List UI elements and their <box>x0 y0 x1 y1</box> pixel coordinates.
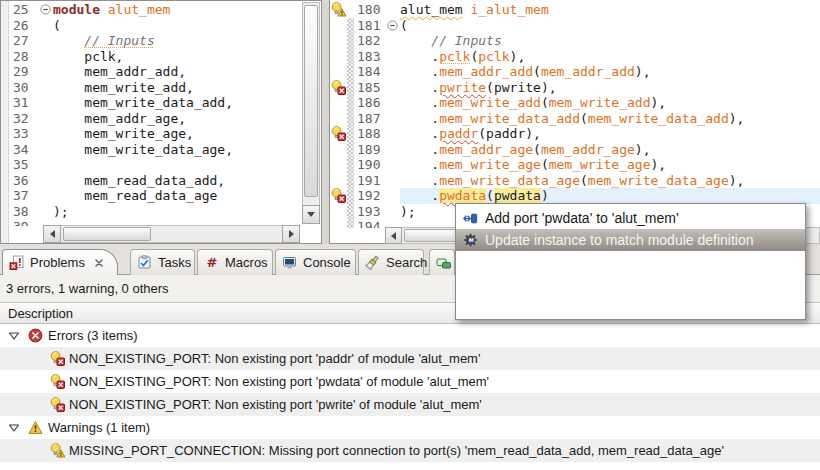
code-text[interactable]: mem_read_data_add, <box>53 173 300 189</box>
twistie-open-control[interactable] <box>8 330 20 341</box>
code-text[interactable]: .mem_addr_add(mem_addr_add), <box>400 64 820 80</box>
line-number: 185 <box>354 80 387 96</box>
horizontal-scrollbar-thumb[interactable] <box>63 227 151 241</box>
code-text[interactable]: .mem_write_age(mem_write_age), <box>400 157 820 173</box>
quickdiff-strip <box>347 142 354 158</box>
code-line: 182 // Inputs <box>330 33 820 49</box>
code-text[interactable]: mem_write_add, <box>53 80 300 96</box>
code-token: ), <box>650 95 666 110</box>
tasks-icon <box>137 255 152 270</box>
quickfix-warning-icon <box>331 2 346 17</box>
line-number: 39 <box>9 219 40 226</box>
quickfix-item[interactable]: Add port 'pwdata' to 'alut_mem' <box>456 207 805 229</box>
tab-view[interactable] <box>429 249 455 275</box>
gutter-cell <box>330 173 347 189</box>
scroll-down-button[interactable] <box>302 205 320 224</box>
code-text[interactable]: mem_write_data_age, <box>53 142 300 158</box>
problem-category-row[interactable]: Errors (3 items) <box>0 324 820 347</box>
fold-column <box>387 33 400 49</box>
code-text[interactable]: alut_mem i_alut_mem <box>400 2 820 18</box>
code-text[interactable]: mem_addr_add, <box>53 64 300 80</box>
code-token: ( <box>533 64 541 79</box>
code-line: 27 // Inputs <box>9 33 300 49</box>
code-text[interactable]: ); <box>53 204 300 220</box>
code-text[interactable]: .mem_write_add(mem_write_add), <box>400 95 820 111</box>
problem-row[interactable]: MISSING_PORT_CONNECTION: Missing port co… <box>0 439 820 462</box>
problem-row[interactable]: NON_EXISTING_PORT: Non existing port 'pa… <box>0 347 820 370</box>
code-line: 186 .mem_write_add(mem_write_add), <box>330 95 820 111</box>
code-text[interactable]: // Inputs <box>53 33 300 49</box>
line-number: 188 <box>354 126 387 142</box>
code-text[interactable]: .pwdata(pwdata) <box>400 188 820 204</box>
code-text[interactable]: // Inputs <box>400 33 820 49</box>
quickfix-item[interactable]: MUpdate instance to match module definit… <box>456 229 805 251</box>
add-port-icon <box>463 211 478 226</box>
problems-icon <box>9 255 24 270</box>
twistie-open-control[interactable] <box>8 422 20 433</box>
category-icon-wrap <box>28 420 43 435</box>
fold-collapse-icon <box>40 4 51 15</box>
tab-console[interactable]: Console <box>275 249 356 275</box>
tab-problems[interactable]: Problems <box>2 249 118 275</box>
code-token: mem_read_data_add, <box>53 173 225 188</box>
code-token: pclk, <box>53 49 123 64</box>
gutter-cell <box>330 64 347 80</box>
code-token: . <box>400 157 439 172</box>
code-text[interactable]: module alut_mem <box>53 2 300 18</box>
code-text[interactable] <box>53 157 300 173</box>
line-number: 187 <box>354 111 387 127</box>
tab-tasks[interactable]: Tasks <box>130 249 195 275</box>
scroll-left-button[interactable] <box>385 227 402 244</box>
code-token: mem_write_age <box>439 157 541 172</box>
code-text[interactable]: .pwrite(pwrite), <box>400 80 820 96</box>
quickfix-error-gutter[interactable] <box>330 188 347 204</box>
fold-column <box>387 49 400 65</box>
code-line: 31 mem_write_data_add, <box>9 95 300 111</box>
tab-close-button[interactable] <box>93 257 105 269</box>
quickfix-error-icon <box>50 374 65 389</box>
code-text[interactable]: .mem_write_data_age(mem_write_data_age), <box>400 173 820 189</box>
code-line: 188 .paddr(paddr), <box>330 126 820 142</box>
line-number: 26 <box>9 18 40 34</box>
scroll-right-button[interactable] <box>282 225 300 243</box>
tab-label: Console <box>303 255 351 270</box>
problem-row[interactable]: NON_EXISTING_PORT: Non existing port 'pw… <box>0 370 820 393</box>
code-token: ( <box>486 188 494 203</box>
fold-collapse-control[interactable] <box>387 18 400 34</box>
scroll-left-button[interactable] <box>43 225 61 243</box>
code-text[interactable]: ( <box>400 18 820 34</box>
quickfix-error-gutter[interactable] <box>330 126 347 142</box>
console-icon <box>282 255 297 270</box>
problem-row[interactable]: NON_EXISTING_PORT: Non existing port 'pw… <box>0 393 820 416</box>
twistie-open-icon <box>8 330 20 341</box>
tab-search[interactable]: Search <box>358 249 424 275</box>
code-text[interactable]: .pclk(pclk), <box>400 49 820 65</box>
code-text[interactable]: .paddr(paddr), <box>400 126 820 142</box>
code-text[interactable]: mem_read_data_age <box>53 188 300 204</box>
vertical-scrollbar-thumb[interactable] <box>304 5 318 197</box>
code-line: 30 mem_write_add, <box>9 80 300 96</box>
code-text[interactable]: mem_write_age, <box>53 126 300 142</box>
quickfix-error-gutter[interactable] <box>330 80 347 96</box>
quickfix-warning-gutter[interactable] <box>330 2 347 18</box>
quickfix-error-icon <box>331 126 346 141</box>
fold-column <box>387 80 400 96</box>
code-token: . <box>400 95 439 110</box>
search-icon <box>365 255 380 270</box>
module-definition-editor[interactable]: 25module alut_mem26(27 // Inputs28 pclk,… <box>0 0 322 244</box>
code-text[interactable]: .mem_addr_age(mem_addr_age), <box>400 142 820 158</box>
code-line: 181( <box>330 18 820 34</box>
tab-macros[interactable]: #Macros <box>197 249 273 275</box>
code-text[interactable]: pclk, <box>53 49 300 65</box>
category-label: Warnings (1 item) <box>48 420 150 435</box>
quickdiff-strip <box>347 173 354 189</box>
code-text[interactable]: ( <box>53 18 300 34</box>
close-icon <box>93 257 105 269</box>
update-instance-icon: M <box>463 233 478 248</box>
fold-collapse-control[interactable] <box>40 2 53 18</box>
gutter-cell <box>330 219 347 228</box>
code-text[interactable]: .mem_write_data_add(mem_write_data_add), <box>400 111 820 127</box>
code-text[interactable]: mem_addr_age, <box>53 111 300 127</box>
problem-category-row[interactable]: Warnings (1 item) <box>0 416 820 439</box>
code-text[interactable]: mem_write_data_add, <box>53 95 300 111</box>
